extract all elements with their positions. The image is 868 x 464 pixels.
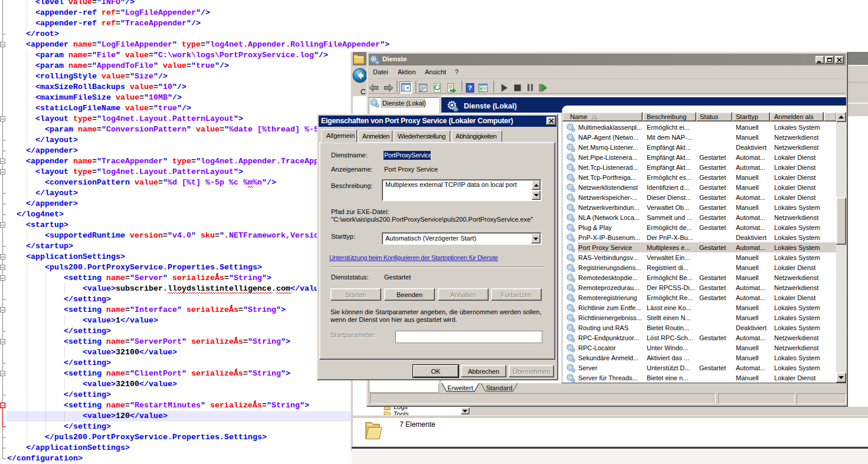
svg-text:Standard: Standard — [486, 384, 513, 391]
svg-text:Erweitert: Erweitert — [447, 384, 473, 391]
